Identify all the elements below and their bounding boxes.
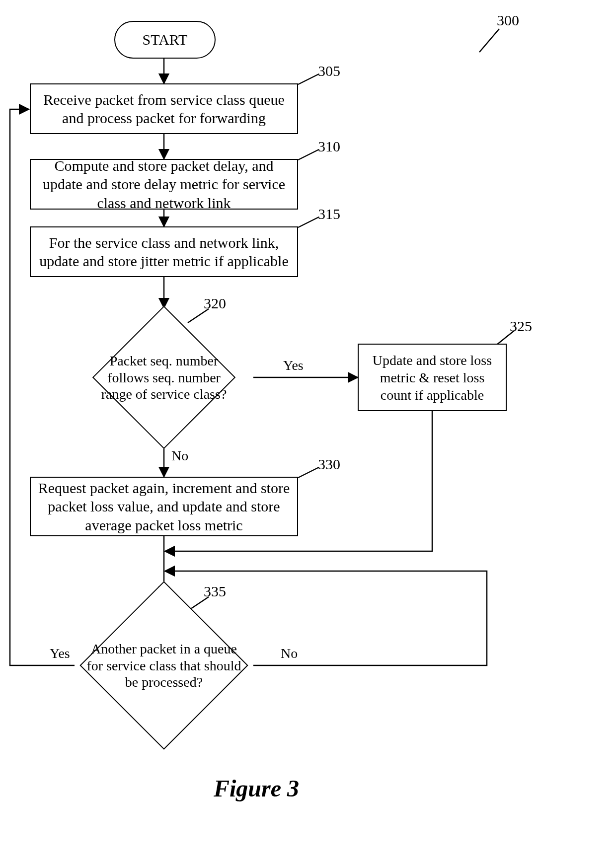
ref-305: 305 [318, 63, 340, 79]
edge-label-yes-320: Yes [283, 358, 304, 373]
decision-335-text: Another packet in a queue for service cl… [86, 641, 241, 691]
svg-line-7 [479, 29, 499, 52]
ref-330: 330 [318, 456, 340, 473]
process-315: For the service class and network link, … [30, 226, 298, 277]
svg-line-10 [298, 217, 319, 227]
start-terminator: START [114, 21, 216, 59]
process-310: Compute and store packet delay, and upda… [30, 159, 298, 210]
decision-335: Another packet in a queue for service cl… [104, 606, 224, 725]
edge-label-no-335: No [281, 646, 298, 661]
figure-ref-300: 300 [497, 12, 519, 29]
ref-320: 320 [204, 295, 226, 312]
edge-label-no-320: No [171, 448, 188, 464]
ref-310: 310 [318, 138, 340, 155]
decision-320-text: Packet seq. number follows seq. number r… [93, 353, 235, 403]
svg-line-13 [298, 467, 319, 478]
svg-line-8 [298, 74, 319, 84]
process-325: Update and store loss metric & reset los… [358, 344, 507, 411]
svg-line-9 [298, 149, 319, 160]
edge-label-yes-335: Yes [50, 646, 70, 661]
flowchart-canvas: 300 START Receive packet from service cl… [0, 0, 616, 868]
process-305: Receive packet from service class queue … [30, 83, 298, 134]
ref-335: 335 [204, 583, 226, 600]
figure-caption: Figure 3 [214, 775, 299, 802]
process-330: Request packet again, increment and stor… [30, 477, 298, 536]
decision-320: Packet seq. number follows seq. number r… [113, 327, 215, 428]
ref-325: 325 [510, 318, 532, 335]
ref-315: 315 [318, 206, 340, 222]
